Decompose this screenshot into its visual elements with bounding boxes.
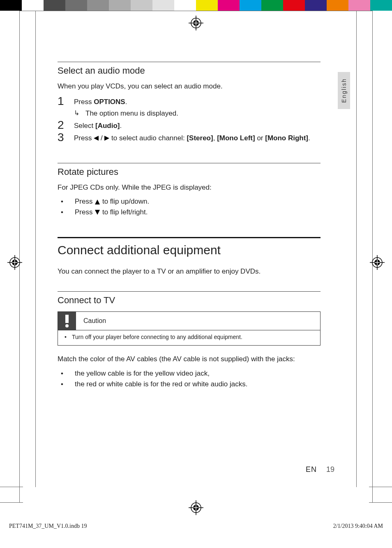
heading-connect-additional: Connect additional equipment	[58, 243, 321, 257]
step-1: 1 Press OPTIONS. ↳ The option menu is di…	[58, 95, 321, 118]
crop-line	[369, 487, 392, 487]
up-triangle-icon	[95, 200, 100, 204]
crop-line	[35, 11, 36, 487]
section-rotate-pictures: Rotate pictures For JPEG CDs only. While…	[58, 163, 321, 218]
list-item: •the yellow cable is for the yellow vide…	[58, 368, 321, 379]
intro-text: For JPEG CDs only. While the JPEG is dis…	[58, 183, 321, 193]
heading-rotate-pictures: Rotate pictures	[58, 167, 321, 177]
caution-icon	[58, 312, 76, 330]
registration-mark-icon	[189, 16, 203, 30]
section-select-audio-mode: Select an audio mode When you play VCDs,…	[58, 62, 321, 143]
heading-select-audio-mode: Select an audio mode	[58, 65, 321, 76]
crop-line	[369, 502, 392, 503]
divider	[58, 62, 321, 62]
right-triangle-icon	[104, 136, 109, 141]
print-filename: PET741M_37_UM_V1.0.indb 19	[9, 523, 87, 529]
print-timestamp: 2/1/2013 9:40:04 AM	[333, 523, 383, 529]
list-item: •the red or white cable is for the red o…	[58, 379, 321, 390]
svg-point-29	[65, 324, 69, 327]
crop-line	[0, 487, 23, 487]
body-text: Match the color of the AV cables (the AV…	[58, 355, 321, 364]
svg-rect-28	[65, 315, 69, 323]
step-number: 2	[58, 119, 74, 131]
caution-box: Caution •Turn off your player before con…	[58, 311, 321, 346]
print-metadata: PET741M_37_UM_V1.0.indb 19 2/1/2013 9:40…	[9, 523, 383, 529]
step-3: 3 Press / to select audio channel: [Ster…	[58, 132, 321, 143]
divider	[58, 291, 321, 292]
section-connect-additional: Connect additional equipment You can con…	[58, 237, 321, 276]
page-footer: EN 19	[306, 465, 334, 474]
divider	[58, 163, 321, 163]
down-triangle-icon	[95, 210, 100, 215]
registration-mark-icon	[7, 255, 22, 270]
step-number: 1	[58, 95, 74, 107]
result-arrow-icon: ↳	[74, 109, 85, 118]
crop-line	[356, 11, 357, 487]
footer-lang: EN	[306, 465, 317, 474]
footer-page-number: 19	[326, 465, 334, 474]
registration-mark-icon	[370, 255, 385, 270]
svg-marker-26	[95, 200, 100, 204]
heading-connect-tv: Connect to TV	[58, 295, 321, 306]
divider-thick	[58, 237, 321, 238]
list-item: •Press to flip up/down.	[58, 196, 321, 207]
step-number: 3	[58, 132, 74, 143]
left-triangle-icon	[94, 136, 99, 141]
svg-marker-27	[95, 210, 100, 215]
list-item: •Turn off your player before connecting …	[65, 334, 314, 340]
section-connect-tv: Connect to TV Caution •Turn off your pla…	[58, 291, 321, 389]
caution-title: Caution	[76, 317, 106, 325]
step-2: 2 Select [Audio].	[58, 119, 321, 131]
list-item: •Press to flip left/right.	[58, 207, 321, 218]
language-label: English	[341, 78, 347, 103]
language-tab: English	[338, 72, 350, 109]
printer-color-bar	[0, 0, 392, 11]
crop-line	[0, 502, 23, 503]
intro-text: You can connect the player to a TV or an…	[58, 267, 321, 276]
svg-marker-25	[104, 136, 109, 141]
intro-text: When you play VCDs, you can select an au…	[58, 82, 321, 91]
crop-line	[19, 11, 373, 11]
svg-marker-24	[94, 136, 99, 141]
registration-mark-icon	[189, 500, 203, 515]
